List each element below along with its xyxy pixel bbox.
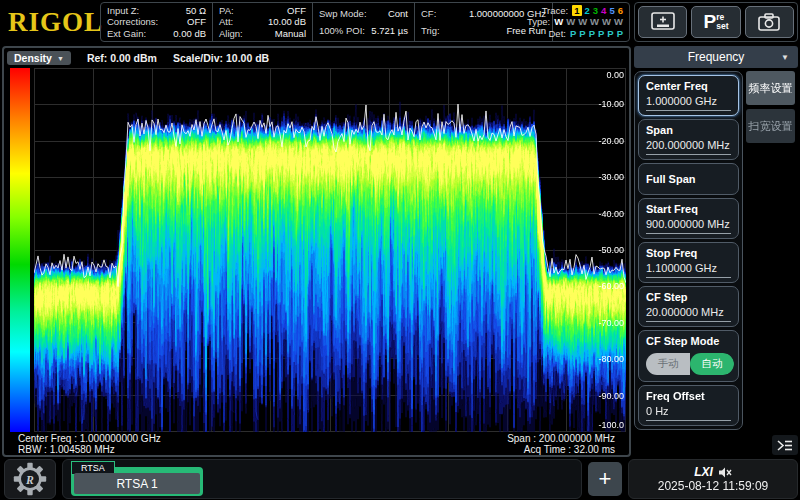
trace-det: P: [570, 28, 576, 39]
add-view-icon: [650, 11, 676, 33]
lxi-indicator: LXI: [694, 465, 713, 479]
info-label: Att:: [219, 16, 233, 27]
menu-item-stop-freq[interactable]: Stop Freq 1.100000 GHz: [638, 242, 739, 283]
menu-item-value: 200.000000 MHz: [646, 137, 731, 155]
y-axis-tick: -20.00: [598, 136, 624, 146]
status-group-pa: PA:OFF Att:10.00 dB Align:Manual: [213, 3, 313, 41]
add-view-button[interactable]: [638, 6, 687, 38]
trace-1-badge[interactable]: 1: [572, 5, 581, 16]
trace-type: W: [590, 16, 599, 27]
y-axis-tick: 0.00: [606, 70, 624, 80]
instrument-status-box: Input Z:50 Ω Corrections:OFF Ext Gain:0.…: [100, 2, 630, 42]
info-value: 5.721 µs: [371, 25, 408, 36]
trace-summary: Trace: 1 2 3 4 5 6 Type: W W W W W W Det…: [553, 3, 629, 41]
menu-item-full-span[interactable]: Full Span: [638, 163, 739, 195]
y-axis-tick: -30.00: [598, 172, 624, 182]
menu-item-freq-offset[interactable]: Freq Offset 0 Hz: [638, 385, 739, 426]
trace-det: P: [607, 28, 613, 39]
info-label: Swp Mode:: [319, 8, 367, 19]
rigol-logo: RIGOL: [8, 7, 103, 38]
preset-p: P: [704, 11, 717, 33]
trace-det: P: [617, 28, 623, 39]
menu-item-value: 900.000000 MHz: [646, 216, 731, 234]
menu-title: Frequency: [688, 50, 745, 64]
function-menu-sidebar: Frequency ▼ Center Freq 1.000000 GHz Spa…: [634, 46, 798, 457]
info-value: 0.00 dB: [173, 28, 206, 39]
menu-item-value: 0 Hz: [646, 403, 731, 421]
plot-region: 0.00 -10.00 -20.00 -30.00 -40.00 -50.00 …: [34, 68, 626, 432]
top-button-group: P re set: [634, 2, 798, 42]
app-tab-rtsa1[interactable]: RTSA 1: [74, 473, 200, 494]
tab-label: 扫宽设置: [749, 119, 793, 134]
menu-item-label: Stop Freq: [646, 246, 731, 260]
menu-item-cf-step[interactable]: CF Step 20.000000 MHz: [638, 286, 739, 327]
spectrum-canvas: [34, 68, 626, 432]
span-annotation: Span : 200.000000 MHz: [507, 433, 615, 444]
display-toolbar: Density ▼ Ref: 0.00 dBm Scale/Div: 10.00…: [4, 48, 629, 68]
info-label: CF:: [421, 8, 436, 19]
tab-frequency-settings[interactable]: 频率设置: [746, 71, 795, 105]
menu-item-label: Center Freq: [646, 79, 731, 93]
menu-tab-column: 频率设置 扫宽设置: [746, 71, 795, 430]
tab-span-settings[interactable]: 扫宽设置: [746, 109, 795, 143]
numeric-input-button[interactable]: [772, 435, 798, 455]
trace-2-badge[interactable]: 2: [585, 5, 590, 16]
app-taskbar: R RTSA RTSA 1 + LXI 2025-08-12 11:59:09: [0, 459, 800, 500]
menu-title-dropdown[interactable]: Frequency ▼: [634, 46, 798, 68]
trace-det: P: [598, 28, 604, 39]
info-label: Trig:: [421, 25, 440, 36]
screenshot-button[interactable]: [745, 6, 794, 38]
system-settings-button[interactable]: R: [4, 459, 56, 499]
menu-item-label: Span: [646, 123, 731, 137]
top-status-bar: RIGOL Input Z:50 Ω Corrections:OFF Ext G…: [0, 0, 800, 44]
toggle-auto-option[interactable]: 自动: [690, 353, 734, 375]
add-app-button[interactable]: +: [588, 462, 622, 496]
trace-type: W: [602, 16, 611, 27]
menu-item-value: 1.000000 GHz: [646, 93, 731, 111]
y-axis-tick: -70.00: [598, 318, 624, 328]
trace-4-badge[interactable]: 4: [601, 5, 606, 16]
trace-label: Trace:: [542, 5, 569, 16]
spectrum-display-panel: Density ▼ Ref: 0.00 dBm Scale/Div: 10.00…: [2, 46, 631, 457]
toggle-manual-option[interactable]: 手动: [646, 353, 690, 375]
status-clock-panel: LXI 2025-08-12 11:59:09: [628, 459, 798, 499]
menu-item-value: 20.000000 MHz: [646, 304, 731, 322]
y-axis-tick: -60.00: [598, 281, 624, 291]
svg-text:R: R: [25, 474, 34, 487]
info-label: Input Z:: [107, 5, 139, 16]
trace-det-label: Det:: [549, 28, 566, 39]
display-mode-dropdown[interactable]: Density ▼: [7, 51, 71, 65]
y-axis-tick: -100.0: [598, 420, 624, 430]
preset-button[interactable]: P re set: [691, 6, 740, 38]
y-axis-tick: -80.00: [598, 354, 624, 364]
menu-item-label: CF Step Mode: [646, 334, 731, 348]
trace-5-badge[interactable]: 5: [609, 5, 614, 16]
info-value: 50 Ω: [186, 5, 206, 16]
measurement-annotations: Center Freq : 1.000000000 GHz RBW : 1.00…: [4, 432, 629, 455]
trace-6-badge[interactable]: 6: [618, 5, 623, 16]
info-label: PA:: [219, 5, 234, 16]
info-value: Manual: [275, 28, 306, 39]
menu-item-cf-step-mode[interactable]: CF Step Mode 手动 自动: [638, 330, 739, 382]
trace-3-badge[interactable]: 3: [593, 5, 598, 16]
info-label: Corrections:: [107, 16, 158, 27]
menu-items-column: Center Freq 1.000000 GHz Span 200.000000…: [634, 71, 743, 430]
trace-det: P: [579, 28, 585, 39]
chevron-down-icon: ▼: [781, 53, 789, 62]
chart-area: 0.00 -10.00 -20.00 -30.00 -40.00 -50.00 …: [4, 68, 629, 432]
menu-item-start-freq[interactable]: Start Freq 900.000000 MHz: [638, 198, 739, 239]
scale-per-div-text: Scale/Div: 10.00 dB: [173, 52, 269, 64]
y-axis-tick: -90.00: [598, 391, 624, 401]
speaker-muted-icon: [719, 467, 732, 478]
rbw-annotation: RBW : 1.004580 MHz: [18, 444, 161, 455]
menu-item-label: Start Freq: [646, 202, 731, 216]
menu-item-span[interactable]: Span 200.000000 MHz: [638, 119, 739, 160]
status-group-sweep: Swp Mode:Cont 100% POI:5.721 µs: [313, 3, 415, 41]
center-freq-annotation: Center Freq : 1.000000000 GHz: [18, 433, 161, 444]
cf-step-mode-toggle[interactable]: 手动 自动: [646, 353, 734, 375]
chevron-down-icon: ▼: [57, 55, 64, 62]
trace-type: W: [554, 16, 563, 27]
info-value: 10.00 dB: [268, 16, 306, 27]
menu-item-center-freq[interactable]: Center Freq 1.000000 GHz: [638, 75, 739, 116]
trace-type: W: [614, 16, 623, 27]
